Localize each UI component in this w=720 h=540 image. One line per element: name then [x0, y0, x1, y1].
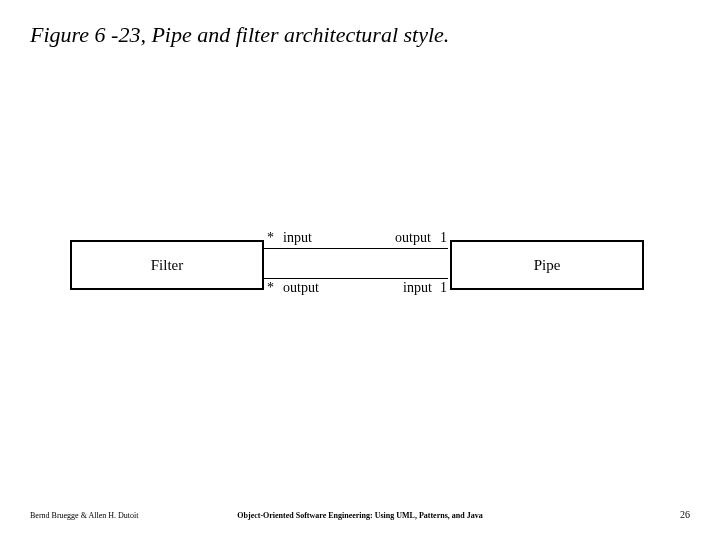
figure-title: Figure 6 -23, Pipe and filter architectu…: [30, 22, 449, 48]
assoc-top-left-role: input: [283, 230, 312, 246]
class-pipe-label: Pipe: [534, 257, 561, 274]
assoc-top-line: [262, 248, 448, 249]
assoc-bottom-right-mult: 1: [440, 280, 447, 296]
footer-page: 26: [680, 509, 690, 520]
assoc-bottom-line: [262, 278, 448, 279]
assoc-top-right-mult: 1: [440, 230, 447, 246]
assoc-top-right-role: output: [395, 230, 431, 246]
assoc-top-left-mult: *: [267, 230, 274, 246]
assoc-bottom-left-role: output: [283, 280, 319, 296]
footer-book: Object-Oriented Software Engineering: Us…: [0, 511, 720, 520]
class-filter-label: Filter: [151, 257, 184, 274]
assoc-bottom-right-role: input: [403, 280, 432, 296]
assoc-bottom-left-mult: *: [267, 280, 274, 296]
class-filter: Filter: [70, 240, 264, 290]
class-pipe: Pipe: [450, 240, 644, 290]
